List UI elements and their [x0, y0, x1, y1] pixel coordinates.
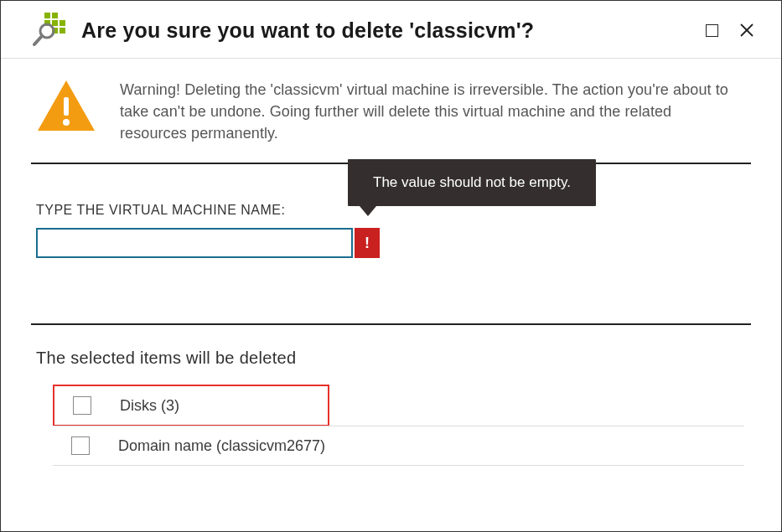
maximize-button[interactable]	[704, 23, 719, 38]
validation-tooltip: The value should not be empty.	[348, 159, 596, 206]
svg-rect-4	[60, 20, 65, 26]
warning-icon	[36, 79, 96, 134]
svg-rect-3	[52, 20, 58, 26]
items-section: The selected items will be deleted Disks…	[1, 325, 781, 482]
items-heading: The selected items will be deleted	[36, 349, 751, 368]
input-section: The value should not be empty. TYPE THE …	[1, 164, 781, 275]
titlebar: Are you sure you want to delete 'classic…	[1, 1, 781, 59]
dialog-title: Are you sure you want to delete 'classic…	[81, 18, 704, 43]
window-controls	[704, 23, 761, 38]
checkbox[interactable]	[73, 396, 91, 415]
svg-rect-6	[60, 28, 65, 34]
svg-point-12	[63, 119, 70, 126]
item-label: Disks (3)	[120, 397, 179, 415]
svg-rect-11	[64, 97, 69, 116]
checkbox[interactable]	[71, 436, 90, 455]
warning-banner: Warning! Deleting the 'classicvm' virtua…	[1, 59, 781, 163]
warning-text: Warning! Deleting the 'classicvm' virtua…	[120, 79, 740, 144]
vm-name-input[interactable]	[36, 228, 353, 258]
list-item[interactable]: Domain name (classicvm2677)	[53, 426, 744, 466]
item-label: Domain name (classicvm2677)	[118, 437, 325, 455]
close-button[interactable]	[739, 23, 754, 38]
error-icon: !	[355, 228, 380, 258]
search-grid-icon	[33, 13, 68, 48]
svg-rect-0	[44, 13, 50, 18]
list-item[interactable]: Disks (3)	[53, 385, 329, 426]
svg-rect-1	[52, 13, 58, 18]
svg-line-8	[34, 36, 42, 44]
